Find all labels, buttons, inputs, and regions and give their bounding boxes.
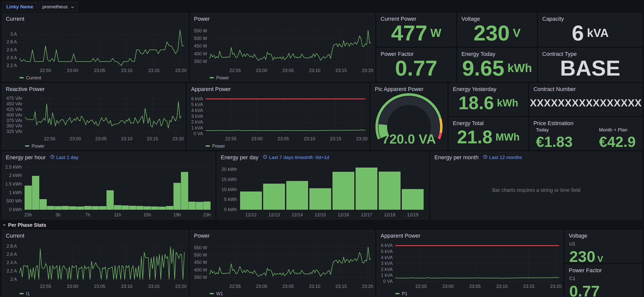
panel-title[interactable]: Energy per hour — [6, 154, 46, 161]
panel-current: Current 2.2 A2.4 A2.6 A2.8 A3 A22:5523:0… — [2, 13, 188, 81]
time-range-link[interactable]: Last 7 days timeshift -0d+1d — [263, 155, 329, 160]
energy-per-day-chart[interactable]: 0 kWh5 kWh10 kWh15 kWh20 kWh12/1212/1312… — [217, 161, 428, 219]
svg-text:425 VAr: 425 VAr — [6, 107, 22, 112]
svg-text:7h: 7h — [85, 212, 90, 217]
svg-text:22:55: 22:55 — [40, 284, 51, 289]
svg-text:23h: 23h — [24, 212, 32, 217]
panel-title[interactable]: Power — [194, 233, 210, 239]
empty-chart-message: Bar charts requires a string or time fie… — [492, 187, 580, 193]
svg-text:350 W: 350 W — [194, 275, 207, 280]
row-top: Current 2.2 A2.4 A2.6 A2.8 A3 A22:5523:0… — [0, 13, 644, 81]
svg-text:3 kVA: 3 kVA — [191, 114, 203, 119]
panel-title[interactable]: Energy per month — [434, 154, 479, 161]
panel-title[interactable]: Price Estimation — [533, 120, 574, 127]
stats-grid: Current Power 477 W Voltage 230 V Capaci… — [377, 13, 642, 81]
panel-title[interactable]: Power Factor — [569, 267, 602, 274]
energy-stats-column: Energy Yesterday 18.6 kWh Energy Total 2… — [449, 83, 528, 150]
svg-text:23:15: 23:15 — [523, 284, 534, 289]
svg-text:22:55: 22:55 — [44, 136, 55, 141]
price-values: Today €1.83 Month + Plan €42.9 — [530, 127, 642, 153]
svg-text:2.6 A: 2.6 A — [7, 47, 17, 52]
svg-text:Power: Power — [216, 75, 229, 80]
panel-title[interactable]: Reactive Power — [6, 86, 45, 93]
panel-title[interactable]: Energy Total — [453, 120, 484, 127]
panel-title[interactable]: Current — [6, 233, 24, 239]
variable-dropdown[interactable]: prometheus — [39, 2, 78, 12]
svg-text:22:55: 22:55 — [229, 68, 241, 73]
svg-text:23:00: 23:00 — [256, 68, 267, 73]
svg-text:2 kWh: 2 kWh — [9, 173, 22, 178]
svg-text:23:15: 23:15 — [335, 68, 347, 73]
stat-value: BASE — [539, 58, 642, 81]
panel-title[interactable]: Voltage — [569, 233, 587, 239]
panel-energy-per-day: Energy per day Last 7 days timeshift -0d… — [217, 152, 429, 219]
svg-text:550 W: 550 W — [194, 28, 207, 33]
svg-text:1 kVA: 1 kVA — [381, 273, 393, 278]
clock-icon — [483, 155, 487, 160]
svg-text:23:10: 23:10 — [309, 68, 320, 73]
row-second: Reactive Power 325 VAr350 VAr375 VAr400 … — [0, 83, 644, 150]
panel-price-estimation: Price Estimation Today €1.83 Month + Pla… — [530, 118, 642, 150]
panel-title[interactable]: Current — [6, 16, 24, 22]
time-range-link[interactable]: Last 12 months — [483, 155, 522, 160]
gauge: 720.0 VA — [371, 93, 447, 149]
panel-title[interactable]: Apparent Power — [381, 233, 420, 239]
svg-text:23:20: 23:20 — [550, 284, 561, 289]
svg-text:2 kVA: 2 kVA — [191, 120, 203, 125]
panel-title[interactable]: Contract Number — [533, 86, 576, 93]
svg-text:Power: Power — [32, 144, 44, 149]
panel-title[interactable]: Pic Apparent Power — [375, 86, 424, 93]
price-month-plan: Month + Plan €42.9 — [599, 127, 636, 149]
svg-text:2.2 A: 2.2 A — [7, 268, 17, 273]
svg-text:Power: Power — [212, 144, 225, 149]
svg-text:475 VAr: 475 VAr — [6, 96, 22, 101]
power-w1-chart[interactable]: 350 W400 W450 W500 W550 W22:5523:0023:05… — [190, 240, 375, 297]
svg-text:4 kVA: 4 kVA — [381, 255, 393, 260]
svg-text:550 W: 550 W — [194, 245, 207, 250]
svg-text:0 VA: 0 VA — [383, 279, 393, 284]
stat-energy-yesterday: Energy Yesterday 18.6 kWh — [449, 83, 528, 116]
energy-per-hour-chart[interactable]: 0 kWh500 Wh1 kWh1.5 kWh2 kWh2.5 kWh23h3h… — [2, 161, 215, 219]
apparent-power-chart[interactable]: 0 VA1 kVA2 kVA3 kVA4 kVA5 kVA6 kVA22:552… — [187, 93, 369, 149]
svg-text:450 W: 450 W — [194, 43, 207, 49]
svg-text:12/12: 12/12 — [245, 212, 257, 217]
svg-text:5 kVA: 5 kVA — [381, 249, 393, 254]
svg-text:23:10: 23:10 — [121, 284, 133, 289]
apparent-p1-chart[interactable]: 0 VA1 kVA2 kVA3 kVA4 kVA5 kVA6 kVA22:552… — [377, 240, 563, 297]
stat-value: C1 0.77 — [565, 274, 642, 297]
reactive-power-chart[interactable]: 325 VAr350 VAr375 VAr400 VAr425 VAr450 V… — [2, 93, 185, 149]
stat-power-factor-c1: Power Factor C1 0.77 — [565, 265, 642, 297]
svg-text:23:00: 23:00 — [67, 68, 78, 73]
svg-text:2.5 kWh: 2.5 kWh — [5, 165, 22, 170]
svg-text:23:10: 23:10 — [309, 284, 320, 289]
svg-text:5 kWh: 5 kWh — [224, 197, 237, 202]
svg-text:23:10: 23:10 — [496, 284, 508, 289]
panel-title[interactable]: Power — [194, 16, 210, 22]
chevron-down-icon — [3, 222, 6, 228]
panel-title[interactable]: Energy Yesterday — [453, 86, 496, 93]
topbar: Linky Name prometheus — [0, 0, 644, 13]
svg-text:23:10: 23:10 — [304, 136, 315, 141]
power-chart[interactable]: 350 W400 W450 W500 W550 W22:5523:0023:05… — [190, 23, 375, 81]
svg-text:15 kWh: 15 kWh — [221, 177, 237, 182]
stat-value: XXXXXXXXXXXXXXXX — [530, 93, 642, 115]
current-i1-chart[interactable]: 2 A2.2 A2.4 A2.6 A2.8 A22:5523:0023:0523… — [2, 240, 188, 297]
svg-text:23:20: 23:20 — [362, 68, 373, 73]
panel-title[interactable]: Capacity — [542, 16, 564, 22]
panel-title[interactable]: Energy per day — [221, 154, 258, 161]
stat-value: 9.65 kWh — [458, 58, 536, 81]
row-per-phase-stats[interactable]: Per Phase Stats — [3, 221, 641, 229]
stat-value: 477 W — [377, 23, 455, 46]
svg-text:3h: 3h — [56, 212, 61, 217]
panel-pic-apparent-power: Pic Apparent Power 720.0 VA — [371, 83, 447, 150]
time-range-link[interactable]: Last 1 day — [50, 155, 79, 160]
svg-text:2 A: 2 A — [10, 277, 17, 282]
current-chart[interactable]: 2.2 A2.4 A2.6 A2.8 A3 A22:5523:0023:0523… — [2, 23, 188, 81]
stat-value: 0.77 — [377, 58, 455, 81]
svg-text:11h: 11h — [114, 212, 121, 217]
panel-title[interactable]: Apparent Power — [191, 86, 231, 93]
empty-chart-message-area: Bar charts requires a string or time fie… — [431, 161, 642, 219]
panel-reactive-power: Reactive Power 325 VAr350 VAr375 VAr400 … — [2, 83, 185, 150]
stat-value: 6 kVA — [539, 23, 642, 46]
svg-text:15h: 15h — [143, 212, 151, 217]
